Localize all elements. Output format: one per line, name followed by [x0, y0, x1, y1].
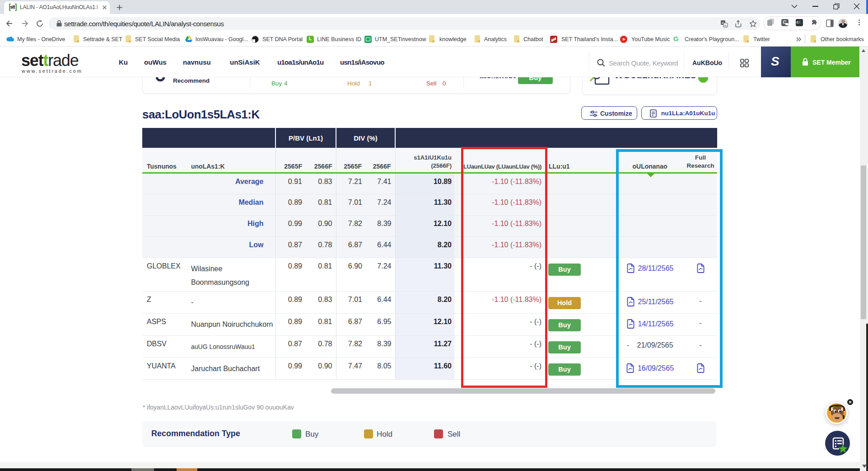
svg-text:b: b: [724, 24, 727, 28]
